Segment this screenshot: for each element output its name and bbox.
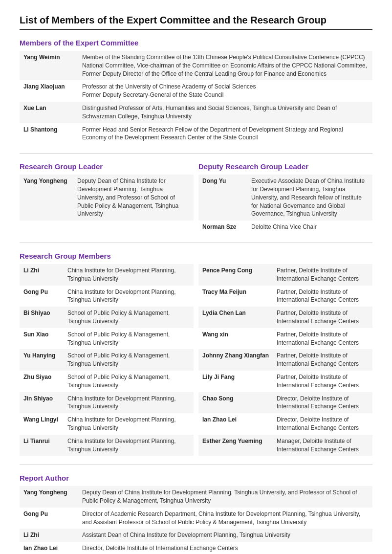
member-name: Yu Hanying xyxy=(20,349,64,371)
member-description: Former Head and Senior Research Fellow o… xyxy=(78,123,372,145)
member-description: Partner, Deloitte Institute of Internati… xyxy=(273,349,372,371)
report-author-title: Report Author xyxy=(20,474,372,482)
member-name: Sun Xiao xyxy=(20,328,64,350)
member-description: China Institute for Development Planning… xyxy=(64,286,194,307)
member-description: Distinguished Professor of Arts, Humanit… xyxy=(78,102,372,123)
member-description: Partner, Deloitte Institute of Internati… xyxy=(273,286,372,307)
research-leader-title: Research Group Leader xyxy=(20,162,194,171)
member-description: China Institute for Development Planning… xyxy=(64,413,194,435)
members-wrapper: Li ZhiChina Institute for Development Pl… xyxy=(20,264,372,456)
member-description: Deloitte China Vice Chair xyxy=(247,221,372,234)
member-description: School of Public Policy & Management, Ts… xyxy=(64,371,194,392)
member-description: School of Public Policy & Management, Ts… xyxy=(64,307,194,328)
leaders-wrapper: Research Group Leader Yang YonghengDeput… xyxy=(20,162,372,234)
section-divider-1 xyxy=(20,153,372,154)
research-members-title: Research Group Members xyxy=(20,252,372,260)
member-name: Li Zhi xyxy=(20,264,64,286)
member-name: Johnny Zhang Xiangfan xyxy=(198,349,273,371)
member-description: Partner, Deloitte Institute of Internati… xyxy=(273,264,372,286)
deputy-leader-table: Dong YuExecutive Associate Dean of China… xyxy=(198,175,372,234)
section-divider-3 xyxy=(20,465,372,465)
member-name: Yang Weimin xyxy=(20,51,78,80)
member-description: School of Public Policy & Management, Ts… xyxy=(64,328,194,350)
member-name: Lydia Chen Lan xyxy=(198,307,273,328)
members-right-col: Pence Peng CongPartner, Deloitte Institu… xyxy=(198,264,372,456)
member-description: Director, Deloitte Institute of Internat… xyxy=(78,542,372,554)
member-name: Gong Pu xyxy=(20,286,64,307)
section-divider-2 xyxy=(20,243,372,243)
member-name: Li Zhi xyxy=(20,529,78,542)
member-description: Executive Associate Dean of China Instit… xyxy=(247,175,372,221)
member-name: Zhu Siyao xyxy=(20,371,64,392)
member-name: Ian Zhao Lei xyxy=(20,542,78,554)
member-name: Wang xin xyxy=(198,328,273,350)
member-name: Chao Song xyxy=(198,392,273,414)
research-leader-table: Yang YonghengDeputy Dean of China Instit… xyxy=(20,175,194,221)
member-description: Professor at the University of Chinese A… xyxy=(78,80,372,102)
member-name: Jiang Xiaojuan xyxy=(20,80,78,102)
member-description: Partner, Deloitte Institute of Internati… xyxy=(273,328,372,350)
member-name: Esther Zeng Yueming xyxy=(198,435,273,456)
member-name: Lily Ji Fang xyxy=(198,371,273,392)
member-description: Deputy Dean of China Institute for Devel… xyxy=(73,175,194,221)
member-description: Assistant Dean of China Institute for De… xyxy=(78,529,372,542)
research-leader-col: Research Group Leader Yang YonghengDeput… xyxy=(20,162,194,234)
research-members-section: Research Group Members Li ZhiChina Insti… xyxy=(20,252,372,456)
member-description: China Institute for Development Planning… xyxy=(64,435,194,456)
member-description: Partner, Deloitte Institute of Internati… xyxy=(273,307,372,328)
member-description: Member of the Standing Committee of the … xyxy=(78,51,372,80)
member-name: Yang Yongheng xyxy=(20,175,73,221)
report-author-table: Yang YonghengDeputy Dean of China Instit… xyxy=(20,486,372,554)
member-name: Wang Lingyi xyxy=(20,413,64,435)
members-left-table: Li ZhiChina Institute for Development Pl… xyxy=(20,264,194,456)
member-name: Dong Yu xyxy=(198,175,247,221)
member-name: Gong Pu xyxy=(20,508,78,529)
deputy-leader-col: Deputy Research Group Leader Dong YuExec… xyxy=(198,162,372,234)
member-description: Director, Deloitte Institute of Internat… xyxy=(273,413,372,435)
member-name: Bi Shiyao xyxy=(20,307,64,328)
members-right-table: Pence Peng CongPartner, Deloitte Institu… xyxy=(198,264,372,456)
member-name: Li Tianrui xyxy=(20,435,64,456)
member-description: Deputy Dean of China Institute for Devel… xyxy=(78,486,372,508)
member-name: Norman Sze xyxy=(198,221,247,234)
member-description: China Institute for Development Planning… xyxy=(64,392,194,414)
expert-committee-title: Members of the Expert Committee xyxy=(20,39,372,47)
member-name: Yang Yongheng xyxy=(20,486,78,508)
expert-committee-table: Yang WeiminMember of the Standing Commit… xyxy=(20,51,372,144)
members-left-col: Li ZhiChina Institute for Development Pl… xyxy=(20,264,194,456)
member-description: School of Public Policy & Management, Ts… xyxy=(64,349,194,371)
title-divider xyxy=(20,29,372,30)
expert-committee-section: Members of the Expert Committee Yang Wei… xyxy=(20,39,372,144)
page-title: List of Members of the Expert Committee … xyxy=(20,15,372,26)
member-name: Ian Zhao Lei xyxy=(198,413,273,435)
deputy-leader-title: Deputy Research Group Leader xyxy=(198,162,372,171)
member-name: Xue Lan xyxy=(20,102,78,123)
member-name: Li Shantong xyxy=(20,123,78,145)
member-description: Director, Deloitte Institute of Internat… xyxy=(273,392,372,414)
report-author-section: Report Author Yang YonghengDeputy Dean o… xyxy=(20,474,372,554)
member-name: Tracy Ma Feijun xyxy=(198,286,273,307)
member-description: China Institute for Development Planning… xyxy=(64,264,194,286)
member-name: Jin Shiyao xyxy=(20,392,64,414)
member-description: Manager, Deloitte Institute of Internati… xyxy=(273,435,372,456)
member-description: Director of Academic Research Department… xyxy=(78,508,372,529)
member-name: Pence Peng Cong xyxy=(198,264,273,286)
member-description: Partner, Deloitte Institute of Internati… xyxy=(273,371,372,392)
